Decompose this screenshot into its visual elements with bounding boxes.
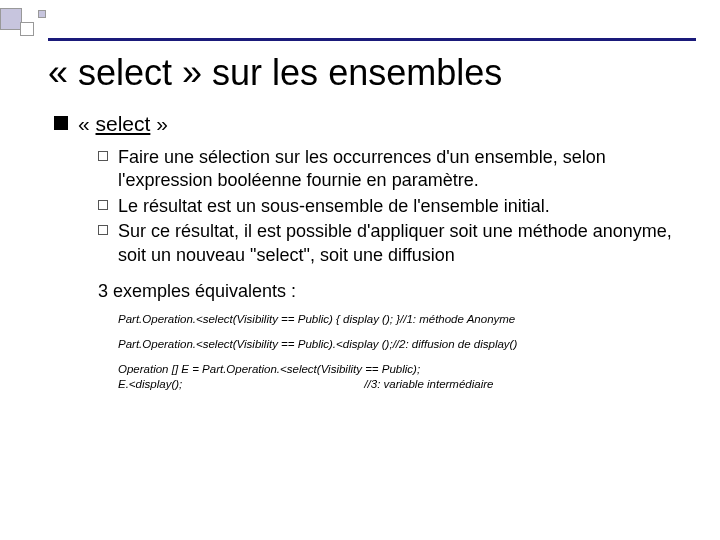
level2-text: Sur ce résultat, il est possible d'appli…	[118, 220, 680, 267]
square-bullet-icon	[54, 116, 68, 130]
code-line: Part.Operation.<select(Visibility == Pub…	[118, 337, 680, 352]
hollow-square-bullet-icon	[98, 225, 108, 235]
slide-title: « select » sur les ensembles	[48, 52, 502, 94]
level2-text: Faire une sélection sur les occurrences …	[118, 146, 680, 193]
level2-text: Le résultat est un sous-ensemble de l'en…	[118, 195, 550, 218]
level1-suffix: »	[150, 112, 168, 135]
examples-intro: 3 exemples équivalents :	[98, 281, 680, 302]
level2-item: Le résultat est un sous-ensemble de l'en…	[98, 195, 680, 218]
level2-item: Sur ce résultat, il est possible d'appli…	[98, 220, 680, 267]
level1-prefix: «	[78, 112, 96, 135]
hollow-square-bullet-icon	[98, 200, 108, 210]
level1-text: « select »	[78, 112, 168, 136]
level1-item: « select »	[54, 112, 680, 136]
level2-list: Faire une sélection sur les occurrences …	[98, 146, 680, 267]
level1-keyword: select	[96, 112, 151, 135]
code-examples: Part.Operation.<select(Visibility == Pub…	[118, 312, 680, 392]
level2-item: Faire une sélection sur les occurrences …	[98, 146, 680, 193]
corner-decoration	[0, 8, 46, 36]
deco-square-small	[38, 10, 46, 18]
slide-content: « select » Faire une sélection sur les o…	[54, 112, 680, 392]
hollow-square-bullet-icon	[98, 151, 108, 161]
title-rule	[48, 38, 696, 41]
code-line: Operation [] E = Part.Operation.<select(…	[118, 362, 680, 392]
deco-square-medium	[20, 22, 34, 36]
deco-square-large	[0, 8, 22, 30]
code-line: Part.Operation.<select(Visibility == Pub…	[118, 312, 680, 327]
